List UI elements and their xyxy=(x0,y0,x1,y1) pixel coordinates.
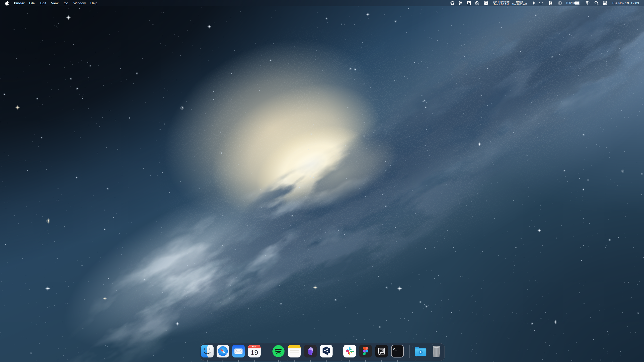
svg-text:19: 19 xyxy=(251,349,258,356)
svg-text:NOV: NOV xyxy=(252,346,256,348)
svg-text:>_: >_ xyxy=(393,347,397,351)
